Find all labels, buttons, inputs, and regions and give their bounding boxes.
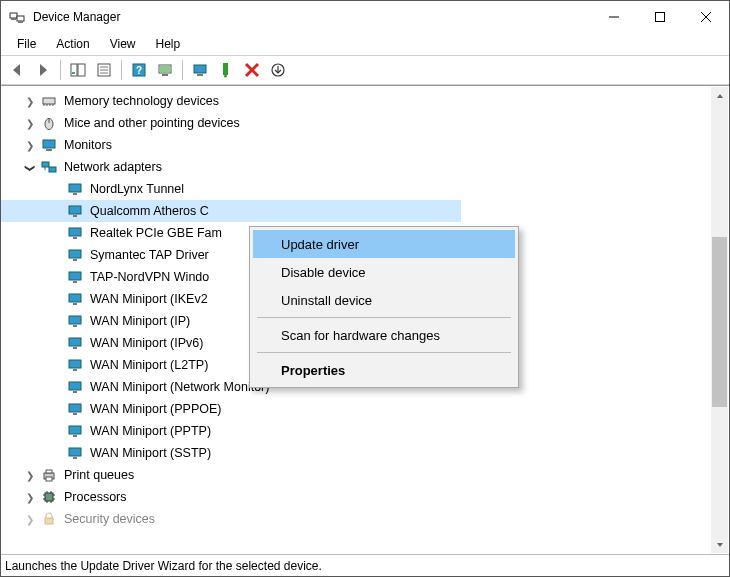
- svg-rect-70: [45, 493, 53, 501]
- device-wan-pppoe[interactable]: WAN Miniport (PPPOE): [1, 398, 711, 420]
- category-mice[interactable]: ❯ Mice and other pointing devices: [1, 112, 711, 134]
- menu-item-disable-device[interactable]: Disable device: [253, 258, 515, 286]
- svg-rect-45: [69, 228, 81, 236]
- svg-rect-46: [73, 237, 77, 239]
- network-adapter-icon: [67, 445, 83, 461]
- device-label: NordLynx Tunnel: [87, 181, 187, 197]
- svg-point-23: [224, 75, 227, 78]
- device-nordlynx[interactable]: NordLynx Tunnel: [1, 178, 711, 200]
- svg-rect-22: [223, 63, 228, 75]
- category-security-devices[interactable]: ❯ Security devices: [1, 508, 711, 530]
- menu-file[interactable]: File: [9, 35, 44, 53]
- network-adapter-icon: [67, 291, 83, 307]
- menu-item-update-driver[interactable]: Update driver: [253, 230, 515, 258]
- device-label: WAN Miniport (SSTP): [87, 445, 214, 461]
- chevron-right-icon[interactable]: ❯: [23, 470, 37, 481]
- vertical-scrollbar[interactable]: [711, 87, 728, 553]
- scroll-down-icon[interactable]: [711, 536, 728, 553]
- properties-button[interactable]: [92, 58, 116, 82]
- category-label: Processors: [61, 489, 130, 505]
- svg-rect-56: [73, 347, 77, 349]
- chevron-right-icon[interactable]: ❯: [23, 492, 37, 503]
- device-wan-sstp[interactable]: WAN Miniport (SSTP): [1, 442, 711, 464]
- back-button[interactable]: [5, 58, 29, 82]
- category-label: Print queues: [61, 467, 137, 483]
- menu-item-properties[interactable]: Properties: [253, 356, 515, 384]
- category-monitors[interactable]: ❯ Monitors: [1, 134, 711, 156]
- device-wan-pptp[interactable]: WAN Miniport (PPTP): [1, 420, 711, 442]
- svg-rect-58: [73, 369, 77, 371]
- svg-rect-5: [656, 13, 665, 22]
- device-tree-container: ❯ Memory technology devices ❯ Mice and o…: [1, 85, 729, 554]
- svg-rect-2: [17, 16, 24, 21]
- svg-rect-3: [18, 21, 23, 23]
- close-button[interactable]: [683, 2, 729, 32]
- chevron-right-icon[interactable]: ❯: [23, 96, 37, 107]
- svg-rect-41: [69, 184, 81, 192]
- svg-rect-62: [73, 413, 77, 415]
- scan-hardware-button[interactable]: [153, 58, 177, 82]
- category-memory-tech[interactable]: ❯ Memory technology devices: [1, 90, 711, 112]
- window-controls: [591, 2, 729, 32]
- device-qualcomm[interactable]: Qualcomm Atheros C: [1, 200, 461, 222]
- window-title: Device Manager: [33, 10, 591, 24]
- network-adapter-icon: [67, 379, 83, 395]
- menu-view[interactable]: View: [102, 35, 144, 53]
- app-icon: [9, 9, 25, 25]
- svg-rect-38: [49, 167, 56, 172]
- titlebar: Device Manager: [1, 1, 729, 33]
- svg-rect-51: [69, 294, 81, 302]
- chevron-right-icon[interactable]: ❯: [23, 514, 37, 525]
- disable-device-button[interactable]: [240, 58, 264, 82]
- security-icon: [41, 511, 57, 527]
- category-print-queues[interactable]: ❯ Print queues: [1, 464, 711, 486]
- network-adapter-icon: [67, 181, 83, 197]
- menu-separator: [257, 352, 511, 353]
- network-adapter-icon: [67, 423, 83, 439]
- svg-rect-52: [73, 303, 77, 305]
- maximize-button[interactable]: [637, 2, 683, 32]
- chevron-right-icon[interactable]: ❯: [23, 118, 37, 129]
- svg-rect-48: [73, 259, 77, 261]
- svg-rect-68: [46, 470, 52, 473]
- svg-rect-63: [69, 426, 81, 434]
- svg-rect-43: [69, 206, 81, 214]
- update-driver-button[interactable]: [188, 58, 212, 82]
- menu-separator: [257, 317, 511, 318]
- svg-rect-21: [197, 74, 203, 76]
- device-label: Realtek PCIe GBE Fam: [87, 225, 225, 241]
- svg-rect-36: [46, 149, 52, 151]
- toolbar-separator: [182, 60, 183, 80]
- svg-rect-20: [194, 65, 206, 73]
- printer-icon: [41, 467, 57, 483]
- scrollbar-thumb[interactable]: [712, 237, 727, 407]
- statusbar: Launches the Update Driver Wizard for th…: [1, 554, 729, 576]
- menu-item-scan-hardware[interactable]: Scan for hardware changes: [253, 321, 515, 349]
- enable-device-button[interactable]: [214, 58, 238, 82]
- category-processors[interactable]: ❯ Processors: [1, 486, 711, 508]
- device-label: WAN Miniport (PPPOE): [87, 401, 225, 417]
- menu-help[interactable]: Help: [148, 35, 189, 53]
- network-adapter-icon: [67, 401, 83, 417]
- svg-rect-37: [42, 162, 49, 167]
- chevron-down-icon[interactable]: ❯: [25, 160, 36, 174]
- menubar: File Action View Help: [1, 33, 729, 55]
- forward-button[interactable]: [31, 58, 55, 82]
- show-hide-tree-button[interactable]: [66, 58, 90, 82]
- uninstall-device-button[interactable]: [266, 58, 290, 82]
- menu-action[interactable]: Action: [48, 35, 97, 53]
- menu-item-label: Properties: [281, 363, 345, 378]
- device-label: WAN Miniport (L2TP): [87, 357, 211, 373]
- svg-rect-47: [69, 250, 81, 258]
- menu-item-uninstall-device[interactable]: Uninstall device: [253, 286, 515, 314]
- device-label: WAN Miniport (IKEv2: [87, 291, 211, 307]
- chevron-right-icon[interactable]: ❯: [23, 140, 37, 151]
- scroll-up-icon[interactable]: [711, 87, 728, 104]
- help-button[interactable]: ?: [127, 58, 151, 82]
- network-adapter-icon: [67, 357, 83, 373]
- category-network-adapters[interactable]: ❯ Network adapters: [1, 156, 711, 178]
- svg-rect-65: [69, 448, 81, 456]
- svg-rect-9: [78, 64, 85, 76]
- svg-rect-64: [73, 435, 77, 437]
- minimize-button[interactable]: [591, 2, 637, 32]
